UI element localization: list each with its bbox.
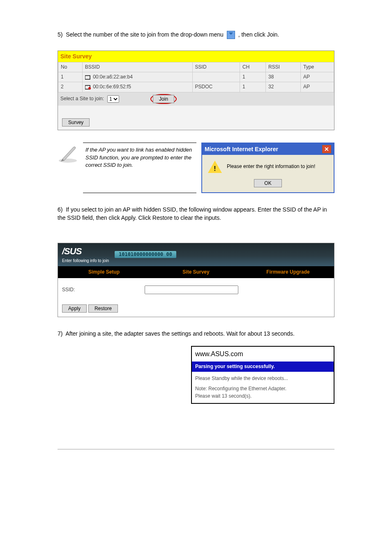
join-button[interactable]: Join: [153, 95, 174, 103]
table-row[interactable]: 2 00:0c:6e:69:52:f5 PSDOC 1 32 AP: [58, 82, 334, 92]
cell-ssid: [192, 72, 240, 82]
bssid-text: 00:0c:6e:69:52:f5: [93, 84, 131, 90]
dropdown-arrow-icon: [227, 31, 235, 39]
col-ssid: SSID: [192, 62, 240, 72]
cell-no: 2: [58, 82, 83, 92]
select-site-label: Select a Site to join:: [60, 95, 104, 102]
step7-paragraph: 7) After joining a site, the adapter sav…: [58, 329, 334, 338]
step6-paragraph: 6) If you select to join an AP with hidd…: [58, 205, 334, 222]
col-ch: CH: [240, 62, 266, 72]
reboot-banner: Parsing your setting successfully.: [192, 362, 334, 372]
ssid-input[interactable]: [145, 286, 238, 294]
nav-tabs: Simple Setup Site Survey Firmware Upgrad…: [58, 266, 334, 278]
tab-simple-setup[interactable]: Simple Setup: [58, 266, 150, 278]
survey-button[interactable]: Survey: [62, 118, 90, 127]
cell-bssid: 00:0e:a6:22:ae:b4: [82, 72, 192, 82]
site-survey-heading: Site Survey: [58, 51, 334, 62]
tab-site-survey[interactable]: Site Survey: [150, 266, 242, 278]
asus-logo: /SUS: [62, 245, 109, 258]
reboot-line2: Note: Reconfiguring the Ethernet Adapter…: [195, 385, 330, 392]
cell-no: 1: [58, 72, 83, 82]
site-survey-panel: Site Survey No BSSID SSID CH RSSI Type 1…: [58, 51, 334, 130]
alert-dialog: Microsoft Internet Explorer ✕ Please ent…: [201, 143, 334, 193]
reboot-url: www.ASUS.com: [192, 347, 334, 361]
network-locked-icon: [85, 85, 91, 90]
col-bssid: BSSID: [82, 62, 192, 72]
bssid-text: 00:0e:a6:22:ae:b4: [93, 74, 133, 80]
join-callout-circle: Join: [150, 94, 177, 104]
ssid-label: SSID:: [62, 286, 75, 293]
step5-text-after: , then click Join.: [238, 31, 279, 38]
hidden-ssid-panel: /SUS Enter following info to join 101010…: [58, 243, 334, 317]
footer-divider: [58, 449, 334, 449]
col-no: No: [58, 62, 83, 72]
tab-firmware-upgrade[interactable]: Firmware Upgrade: [242, 266, 334, 278]
svg-point-2: [88, 87, 91, 90]
mac-display: 101010000000000 00: [115, 251, 176, 258]
note-text: If the AP you want to link has enabled h…: [83, 143, 196, 193]
network-icon: [85, 75, 91, 80]
col-rssi: RSSI: [265, 62, 300, 72]
dialog-title: Microsoft Internet Explorer: [205, 145, 278, 153]
apply-button[interactable]: Apply: [62, 304, 87, 313]
reboot-line1: Please Standby while the device reboots.…: [195, 375, 330, 382]
step5-paragraph: 5) Select the number of the site to join…: [58, 30, 334, 39]
ok-button[interactable]: OK: [254, 179, 281, 187]
cell-rssi: 38: [265, 72, 300, 82]
cell-bssid: 00:0c:6e:69:52:f5: [82, 82, 192, 92]
cell-ch: 1: [240, 72, 266, 82]
reboot-line3: Please wait 13 second(s).: [195, 393, 330, 400]
col-type: Type: [301, 62, 334, 72]
svg-rect-0: [85, 76, 90, 79]
survey-footer: Survey: [58, 106, 334, 130]
cell-type: AP: [301, 82, 334, 92]
cell-rssi: 32: [265, 82, 300, 92]
cell-ssid: PSDOC: [192, 82, 240, 92]
table-row[interactable]: 1 00:0e:a6:22:ae:b4 1 38 AP: [58, 72, 334, 82]
cell-type: AP: [301, 72, 334, 82]
site-survey-table: No BSSID SSID CH RSSI Type 1 00:0e:a6:22…: [58, 62, 334, 92]
reboot-panel: www.ASUS.com Parsing your setting succes…: [191, 346, 334, 404]
select-site-row: Select a Site to join: 1 Join: [58, 92, 334, 106]
table-header-row: No BSSID SSID CH RSSI Type: [58, 62, 334, 72]
panel-subtitle: Enter following info to join: [62, 258, 109, 264]
cell-ch: 1: [240, 82, 266, 92]
close-icon[interactable]: ✕: [322, 145, 331, 153]
dialog-message: Please enter the right information to jo…: [227, 163, 315, 170]
warning-icon: [208, 161, 222, 173]
restore-button[interactable]: Restore: [88, 304, 118, 313]
site-select[interactable]: 1: [107, 95, 119, 103]
step5-text-before: 5) Select the number of the site to join…: [58, 31, 225, 38]
note-pen-icon: [58, 143, 78, 163]
